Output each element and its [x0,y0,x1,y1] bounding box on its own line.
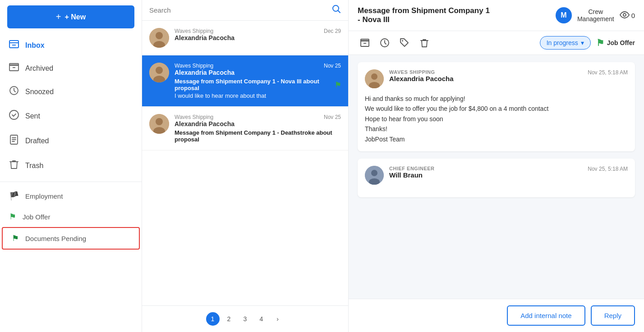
sidebar-item-inbox[interactable]: Inbox [0,34,142,57]
message-item[interactable]: Waves Shipping Alexandria Pacocha Nov 25… [142,107,348,150]
message-body: Waves Shipping Alexandria Pacocha Nov 25… [175,63,341,99]
status-button[interactable]: In progress ▾ [540,36,591,50]
sidebar-item-snoozed[interactable]: Snoozed [0,80,142,104]
message-date: Nov 25 [324,63,341,69]
sender-company: CHIEF ENGINEER [389,166,435,171]
page-4-button[interactable]: 4 [255,312,268,326]
message-date: Dec 29 [324,28,341,34]
documents-pending-label: Documents Pending [25,235,86,242]
right-panel: Message from Shipment Company 1 - Nova I… [349,0,644,332]
search-input[interactable] [149,6,328,14]
svg-point-8 [156,32,163,39]
toolbar: In progress ▾ ⚑ Job Offer [349,31,644,55]
message-list: Waves Shipping Alexandria Pacocha Dec 29… [142,21,348,305]
header-actions: M CrewManagement 0 [556,7,635,23]
archived-icon [9,63,19,73]
svg-rect-0 [9,41,18,48]
view-count: 0 [620,11,635,20]
trash-icon [9,159,19,172]
sidebar-item-archived[interactable]: Archived [0,57,142,80]
sender-company: WAVES SHIPPING [389,69,454,75]
svg-point-25 [371,170,377,176]
search-icon[interactable] [332,5,341,16]
sender-avatar [365,166,384,185]
svg-point-4 [9,110,18,119]
drafted-label: Drafted [25,137,49,145]
message-text: Hi and thanks so much for applying! We w… [365,94,628,144]
message-company: Waves Shipping [175,63,235,69]
inbox-label: Inbox [25,41,45,50]
sent-label: Sent [25,112,40,120]
message-sender: Alexandria Pacocha [175,34,235,41]
svg-point-11 [156,67,163,74]
chevron-down-icon: ▾ [581,39,584,46]
message-meta: CHIEF ENGINEER Will Braun Nov 25, 5:18 A… [389,166,628,179]
view-count-value: 0 [631,12,635,19]
nav-divider [0,182,142,182]
sidebar-item-employment[interactable]: 🏴 Employment [0,186,142,206]
page-1-button[interactable]: 1 [206,312,220,326]
message-sender: Alexandria Pacocha [175,120,235,127]
svg-rect-2 [9,64,18,65]
message-meta: WAVES SHIPPING Alexandria Pacocha Nov 25… [389,69,628,82]
search-bar [142,0,348,21]
next-page-button[interactable]: › [271,312,285,326]
middle-panel: Waves Shipping Alexandria Pacocha Dec 29… [142,0,349,332]
message-subject: Message from Shipment Company 1 - Deaths… [175,129,341,143]
message-header: CHIEF ENGINEER Will Braun Nov 25, 5:18 A… [365,166,628,185]
message-bubble: WAVES SHIPPING Alexandria Pacocha Nov 25… [358,62,635,151]
right-panel-title: Message from Shipment Company 1 - Nova I… [358,6,493,24]
job-offer-flag-icon: ⚑ [9,212,16,222]
snoozed-label: Snoozed [25,88,54,96]
message-subject: Message from Shipment Company 1 - Nova I… [175,78,341,91]
snoozed-icon [9,86,19,97]
message-company: Waves Shipping [175,114,235,120]
flag-tag-icon: ⚑ [335,81,341,89]
message-body: Waves Shipping Alexandria Pacocha Dec 29 [175,28,341,41]
avatar [149,28,169,48]
message-sender: Alexandria Pacocha [175,69,235,76]
trash-label: Trash [25,162,43,170]
clock-toolbar-icon[interactable] [377,36,392,50]
sidebar-item-drafted[interactable]: Drafted [0,128,142,153]
archived-label: Archived [25,64,53,73]
reply-button[interactable]: Reply [591,305,635,326]
message-body: Waves Shipping Alexandria Pacocha Nov 25… [175,114,341,143]
message-item[interactable]: Waves Shipping Alexandria Pacocha Nov 25… [142,55,348,107]
sender-avatar [365,69,384,88]
archive-toolbar-icon[interactable] [358,36,372,50]
eye-icon [620,11,630,20]
page-3-button[interactable]: 3 [239,312,252,326]
message-timestamp: Nov 25, 5:18 AM [588,166,628,172]
message-item[interactable]: Waves Shipping Alexandria Pacocha Dec 29 [142,21,348,55]
sidebar: + + New Inbox Archived Snoozed [0,0,142,332]
add-internal-note-button[interactable]: Add internal note [507,305,585,326]
status-label: In progress [547,39,578,46]
pagination: 1 2 3 4 › [142,305,348,332]
tag-toolbar-icon[interactable] [397,36,412,50]
message-preview: I would like to hear more about that [175,92,341,99]
sender-name: Alexandria Pacocha [389,75,454,82]
documents-pending-flag-icon: ⚑ [12,233,19,243]
sender-name: Will Braun [389,171,435,179]
nav-menu: Inbox Archived Snoozed Sent [0,34,142,178]
page-2-button[interactable]: 2 [222,312,236,326]
svg-point-14 [156,118,163,125]
job-offer-flag-icon: ⚑ [596,37,604,48]
svg-point-22 [371,73,377,80]
sidebar-item-job-offer[interactable]: ⚑ Job Offer [0,206,142,227]
sidebar-item-documents-pending[interactable]: ⚑ Documents Pending [2,227,140,250]
delete-toolbar-icon[interactable] [417,36,432,50]
new-button[interactable]: + + New [7,5,134,28]
avatar [149,114,169,134]
sidebar-item-sent[interactable]: Sent [0,104,142,128]
sidebar-item-trash[interactable]: Trash [0,153,142,178]
message-header: WAVES SHIPPING Alexandria Pacocha Nov 25… [365,69,628,88]
plus-icon: + [56,12,61,22]
right-header: Message from Shipment Company 1 - Nova I… [349,0,644,31]
message-company: Waves Shipping [175,28,235,34]
drafted-icon [9,135,19,147]
avatar [149,63,169,82]
crew-avatar: M [556,7,572,23]
sent-icon [9,110,19,122]
